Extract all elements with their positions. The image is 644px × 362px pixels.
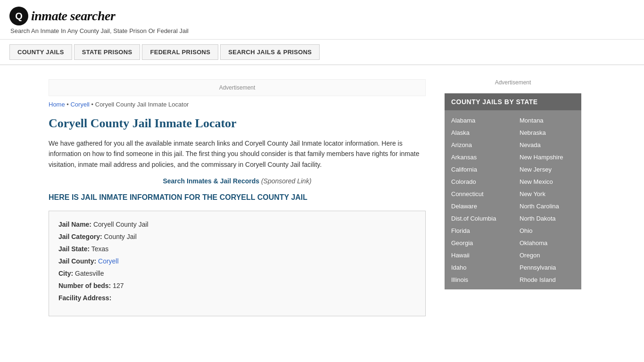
state-item[interactable]: Nevada xyxy=(513,139,581,151)
state-link[interactable]: Delaware xyxy=(451,203,477,210)
breadcrumb-parent[interactable]: Coryell xyxy=(70,101,89,108)
state-item[interactable]: Florida xyxy=(445,224,513,237)
logo-icon: Q xyxy=(9,7,28,25)
state-item[interactable]: Georgia xyxy=(445,237,513,249)
sidebar: Advertisement COUNTY JAILS BY STATE Alab… xyxy=(435,65,581,335)
state-link[interactable]: Nevada xyxy=(520,141,541,148)
state-link[interactable]: Arizona xyxy=(451,141,472,148)
jail-beds-label: Number of beds: xyxy=(58,282,111,289)
state-link[interactable]: Rhode Island xyxy=(520,276,556,283)
nav-item-federal-prisons[interactable]: FEDERAL PRISONS xyxy=(142,44,218,60)
breadcrumb-separator-2: • xyxy=(91,101,95,108)
state-link[interactable]: Connecticut xyxy=(451,190,484,197)
search-inmates-link[interactable]: Search Inmates & Jail Records xyxy=(163,177,259,185)
state-grid: AlabamaMontanaAlaskaNebraskaArizonaNevad… xyxy=(445,110,581,289)
logo-area: Q inmate searcher xyxy=(9,7,635,25)
state-item[interactable]: Nebraska xyxy=(513,126,581,139)
state-item[interactable]: North Carolina xyxy=(513,200,581,212)
state-item[interactable]: Arkansas xyxy=(445,151,513,163)
breadcrumb-home[interactable]: Home xyxy=(49,101,65,108)
state-item[interactable]: New Jersey xyxy=(513,163,581,175)
jail-state-label: Jail State: xyxy=(58,245,90,253)
state-link[interactable]: Georgia xyxy=(451,239,473,247)
breadcrumb-current: Coryell County Jail Inmate Locator xyxy=(95,101,189,108)
state-link[interactable]: Alaska xyxy=(451,129,470,136)
info-box: Jail Name: Coryell County Jail Jail Cate… xyxy=(49,211,426,316)
jail-name-label: Jail Name: xyxy=(58,221,91,228)
nav-item-county-jails[interactable]: COUNTY JAILS xyxy=(9,44,72,60)
state-link[interactable]: Pennsylvania xyxy=(520,264,556,271)
state-link[interactable]: Dist.of Columbia xyxy=(451,215,496,222)
nav-link-state-prisons[interactable]: STATE PRISONS xyxy=(74,44,140,60)
state-link[interactable]: Idaho xyxy=(451,264,467,271)
state-item[interactable]: Ohio xyxy=(513,224,581,237)
search-link-area: Search Inmates & Jail Records (Sponsored… xyxy=(49,177,426,185)
content-area: Advertisement Home • Coryell • Coryell C… xyxy=(49,65,435,335)
state-item[interactable]: Idaho xyxy=(445,261,513,273)
state-link[interactable]: Florida xyxy=(451,227,470,234)
state-link[interactable]: North Carolina xyxy=(520,203,559,210)
state-item[interactable]: Alaska xyxy=(445,126,513,139)
jail-state-value: Texas xyxy=(91,245,109,253)
state-link[interactable]: Hawaii xyxy=(451,252,470,259)
state-link[interactable]: Oregon xyxy=(520,252,540,259)
state-item[interactable]: California xyxy=(445,163,513,175)
sponsored-label: (Sponsored Link) xyxy=(261,177,312,185)
jail-name-value: Coryell County Jail xyxy=(93,221,149,228)
main-container: Advertisement Home • Coryell • Coryell C… xyxy=(39,65,605,335)
state-item[interactable]: Oklahoma xyxy=(513,237,581,249)
state-item[interactable]: Oregon xyxy=(513,249,581,261)
tagline: Search An Inmate In Any County Jail, Sta… xyxy=(10,27,635,34)
nav-item-search[interactable]: SEARCH JAILS & PRISONS xyxy=(220,44,320,60)
state-item[interactable]: Rhode Island xyxy=(513,273,581,286)
state-item[interactable]: Pennsylvania xyxy=(513,261,581,273)
state-link[interactable]: Montana xyxy=(520,117,544,124)
nav-link-search[interactable]: SEARCH JAILS & PRISONS xyxy=(220,44,320,60)
state-item[interactable]: Montana xyxy=(513,114,581,126)
logo-icon-symbol: Q xyxy=(15,11,23,22)
jail-name-row: Jail Name: Coryell County Jail xyxy=(58,221,416,228)
header: Q inmate searcher Search An Inmate In An… xyxy=(0,0,644,40)
jail-county-value: Coryell xyxy=(98,257,119,265)
nav-item-state-prisons[interactable]: STATE PRISONS xyxy=(74,44,140,60)
jail-beds-value: 127 xyxy=(113,282,124,289)
logo-text: inmate searcher xyxy=(31,8,115,24)
jail-county-row: Jail County: Coryell xyxy=(58,257,416,265)
state-link[interactable]: Ohio xyxy=(520,227,532,234)
state-item[interactable]: Arizona xyxy=(445,139,513,151)
state-link[interactable]: Oklahoma xyxy=(520,239,547,247)
description: We have gathered for you all the availab… xyxy=(49,138,426,170)
state-item[interactable]: Alabama xyxy=(445,114,513,126)
logo-text-part1: inmate xyxy=(31,8,67,23)
jail-category-row: Jail Category: County Jail xyxy=(58,233,416,240)
state-item[interactable]: New Hampshire xyxy=(513,151,581,163)
state-link[interactable]: Illinois xyxy=(451,276,468,283)
state-link[interactable]: Colorado xyxy=(451,178,476,185)
state-link[interactable]: California xyxy=(451,166,477,173)
nav-link-federal-prisons[interactable]: FEDERAL PRISONS xyxy=(142,44,218,60)
state-item[interactable]: Delaware xyxy=(445,200,513,212)
top-ad-banner: Advertisement xyxy=(49,79,426,96)
nav-link-county-jails[interactable]: COUNTY JAILS xyxy=(9,44,72,60)
sidebar-ad: Advertisement xyxy=(445,74,581,93)
state-item[interactable]: North Dakota xyxy=(513,212,581,224)
state-link[interactable]: Alabama xyxy=(451,117,475,124)
state-link[interactable]: New Jersey xyxy=(520,166,552,173)
state-link[interactable]: New Mexico xyxy=(520,178,553,185)
breadcrumb: Home • Coryell • Coryell County Jail Inm… xyxy=(49,101,426,108)
state-item[interactable]: Hawaii xyxy=(445,249,513,261)
state-link[interactable]: New Hampshire xyxy=(520,154,563,161)
state-item[interactable]: Dist.of Columbia xyxy=(445,212,513,224)
state-item[interactable]: New Mexico xyxy=(513,175,581,188)
state-item[interactable]: Connecticut xyxy=(445,188,513,200)
state-link[interactable]: New York xyxy=(520,190,545,197)
state-link[interactable]: Nebraska xyxy=(520,129,546,136)
state-item[interactable]: Colorado xyxy=(445,175,513,188)
sidebar-box: COUNTY JAILS BY STATE AlabamaMontanaAlas… xyxy=(445,93,581,289)
state-item[interactable]: New York xyxy=(513,188,581,200)
state-link[interactable]: Arkansas xyxy=(451,154,477,161)
state-item[interactable]: Illinois xyxy=(445,273,513,286)
jail-state-row: Jail State: Texas xyxy=(58,245,416,253)
jail-beds-row: Number of beds: 127 xyxy=(58,282,416,289)
state-link[interactable]: North Dakota xyxy=(520,215,556,222)
